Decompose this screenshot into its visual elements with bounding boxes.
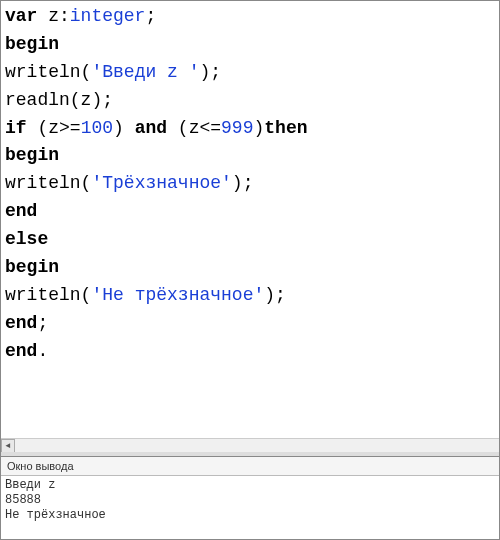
code-token: writeln( [5,62,91,82]
code-token: then [264,118,307,138]
code-token: end [5,341,37,361]
output-line: Не трёхзначное [5,508,495,523]
code-token: ) [113,118,135,138]
code-token: z: [37,6,69,26]
code-token: end [5,313,37,333]
code-token: 100 [81,118,113,138]
horizontal-scrollbar[interactable]: ◄ [1,438,499,452]
code-token: and [135,118,167,138]
code-token: ; [37,313,48,333]
code-token: else [5,229,48,249]
code-token: . [37,341,48,361]
code-token: 'Введи z ' [91,62,199,82]
code-line[interactable]: writeln('Трёхзначное'); [5,170,495,198]
code-token: ; [145,6,156,26]
code-token: if [5,118,27,138]
code-token: 'Трёхзначное' [91,173,231,193]
code-token: 'Не трёхзначное' [91,285,264,305]
code-token: begin [5,257,59,277]
scroll-left-button[interactable]: ◄ [1,439,15,453]
code-token: integer [70,6,146,26]
code-line[interactable]: end. [5,338,495,366]
code-line[interactable]: writeln('Не трёхзначное'); [5,282,495,310]
output-pane: Окно вывода Введи z 85888Не трёхзначное [1,456,499,525]
output-line: 85888 [5,493,495,508]
code-token: writeln( [5,173,91,193]
code-token: ); [232,173,254,193]
code-token: (z<= [167,118,221,138]
code-token: end [5,201,37,221]
code-line[interactable]: end; [5,310,495,338]
output-body: Введи z 85888Не трёхзначное [1,476,499,525]
code-line[interactable]: begin [5,254,495,282]
code-token: ); [199,62,221,82]
code-line[interactable]: writeln('Введи z '); [5,59,495,87]
output-line: Введи z [5,478,495,493]
output-title: Окно вывода [1,457,499,476]
code-token: var [5,6,37,26]
code-line[interactable]: else [5,226,495,254]
code-line[interactable]: end [5,198,495,226]
code-token: begin [5,145,59,165]
code-token: begin [5,34,59,54]
code-line[interactable]: begin [5,31,495,59]
code-token: ); [264,285,286,305]
code-line[interactable]: var z:integer; [5,3,495,31]
code-token: readln(z); [5,90,113,110]
code-line[interactable]: if (z>=100) and (z<=999)then [5,115,495,143]
code-token: writeln( [5,285,91,305]
code-token: 999 [221,118,253,138]
code-editor[interactable]: var z:integer;beginwriteln('Введи z ');r… [1,1,499,456]
code-line[interactable]: begin [5,142,495,170]
code-line[interactable]: readln(z); [5,87,495,115]
code-token: ) [253,118,264,138]
code-token: (z>= [27,118,81,138]
